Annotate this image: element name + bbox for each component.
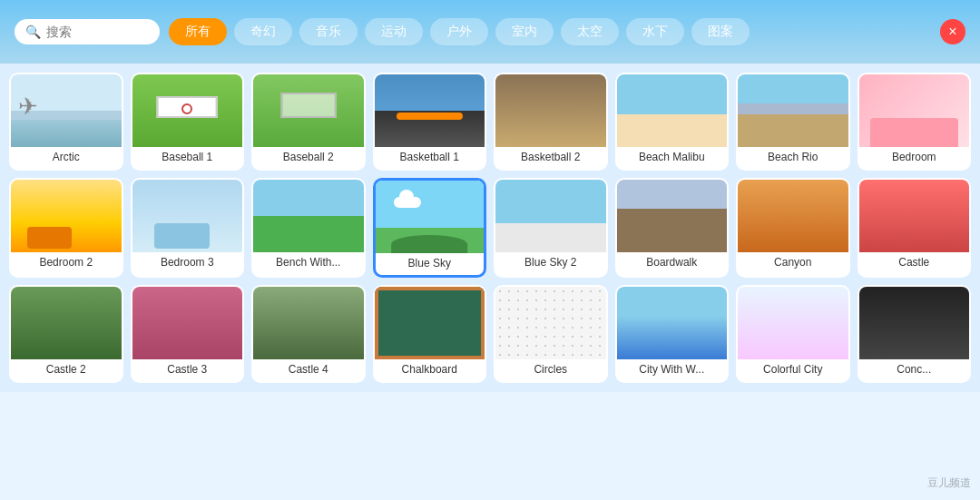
- item-label-basketball1: Basketball 1: [397, 151, 463, 163]
- grid-item-bench[interactable]: Bench With...: [251, 178, 366, 278]
- item-label-blue-sky2: Blue Sky 2: [521, 256, 580, 269]
- grid-container: ✈ Arctic Baseball 1 Baseball 2 Basketbal…: [0, 64, 980, 392]
- filter-btn-underwater[interactable]: 水下: [626, 18, 684, 45]
- item-label-castle4: Castle 4: [285, 363, 332, 376]
- grid-item-basketball1[interactable]: Basketball 1: [373, 73, 487, 171]
- grid-item-beach-rio[interactable]: Beach Rio: [736, 73, 850, 171]
- grid-item-blue-sky[interactable]: Blue Sky: [373, 178, 487, 278]
- item-label-baseball1: Baseball 1: [158, 151, 216, 163]
- filter-btn-fantasy[interactable]: 奇幻: [234, 18, 292, 45]
- item-label-bedroom3: Bedroom 3: [157, 256, 218, 269]
- grid-item-bedroom3[interactable]: Bedroom 3: [131, 178, 245, 278]
- item-label-castle2: Castle 2: [43, 363, 90, 376]
- grid-item-baseball1[interactable]: Baseball 1: [131, 73, 245, 171]
- filter-btn-pattern[interactable]: 图案: [691, 18, 750, 45]
- filter-btn-indoor[interactable]: 室内: [495, 18, 554, 45]
- grid-item-castle4[interactable]: Castle 4: [251, 285, 366, 383]
- item-label-chalkboard: Chalkboard: [398, 363, 461, 376]
- grid-item-city-with[interactable]: City With W...: [615, 285, 730, 383]
- item-label-bench: Bench With...: [272, 256, 344, 269]
- filter-btn-outdoor[interactable]: 户外: [430, 18, 488, 45]
- grid-item-baseball2[interactable]: Baseball 2: [251, 73, 366, 171]
- item-label-basketball2: Basketball 2: [517, 151, 583, 163]
- filter-btn-music[interactable]: 音乐: [299, 18, 358, 45]
- item-label-bedroom2: Bedroom 2: [35, 256, 96, 269]
- grid-item-canyon[interactable]: Canyon: [736, 178, 850, 278]
- item-label-blue-sky: Blue Sky: [405, 257, 455, 270]
- filter-buttons: 所有奇幻音乐运动户外室内太空水下图案: [169, 18, 750, 45]
- item-label-bedroom: Bedroom: [888, 151, 940, 163]
- grid-item-colorful-city[interactable]: Colorful City: [736, 285, 850, 383]
- item-label-castle3: Castle 3: [163, 363, 211, 376]
- item-label-beach-malibu: Beach Malibu: [635, 151, 709, 163]
- grid-item-bedroom[interactable]: Bedroom: [858, 73, 972, 171]
- grid-item-beach-malibu[interactable]: Beach Malibu: [615, 73, 730, 171]
- item-label-city-with: City With W...: [635, 363, 708, 376]
- search-icon: 🔍: [25, 25, 41, 39]
- grid-item-castle3[interactable]: Castle 3: [131, 285, 245, 383]
- item-label-beach-rio: Beach Rio: [764, 151, 821, 163]
- grid-item-boardwalk[interactable]: Boardwalk: [615, 178, 730, 278]
- grid-item-castle2[interactable]: Castle 2: [9, 285, 123, 383]
- grid-item-circles[interactable]: Circles: [494, 285, 608, 383]
- grid-item-arctic[interactable]: ✈ Arctic: [9, 73, 123, 171]
- item-label-baseball2: Baseball 2: [279, 151, 338, 163]
- close-button[interactable]: ×: [940, 19, 965, 44]
- grid-item-chalkboard[interactable]: Chalkboard: [373, 285, 487, 383]
- filter-btn-sport[interactable]: 运动: [365, 18, 423, 45]
- filter-btn-all[interactable]: 所有: [169, 18, 227, 45]
- grid-item-basketball2[interactable]: Basketball 2: [494, 73, 608, 171]
- search-input[interactable]: [46, 25, 137, 39]
- item-label-colorful-city: Colorful City: [760, 363, 826, 376]
- header: 🔍 所有奇幻音乐运动户外室内太空水下图案 ×: [0, 0, 980, 64]
- grid-item-conc[interactable]: Conc...: [858, 285, 972, 383]
- filter-btn-space[interactable]: 太空: [561, 18, 619, 45]
- grid-item-castle-right[interactable]: Castle: [858, 178, 972, 278]
- item-label-arctic: Arctic: [49, 151, 83, 163]
- grid-item-blue-sky2[interactable]: Blue Sky 2: [494, 178, 608, 278]
- item-label-castle-right: Castle: [895, 256, 933, 269]
- search-box: 🔍: [15, 19, 160, 44]
- item-label-circles: Circles: [530, 363, 571, 376]
- item-label-boardwalk: Boardwalk: [642, 256, 701, 269]
- item-label-canyon: Canyon: [770, 256, 815, 269]
- item-label-conc: Conc...: [893, 363, 935, 376]
- grid-item-bedroom2[interactable]: Bedroom 2: [9, 178, 123, 278]
- watermark: 豆儿频道: [927, 475, 971, 491]
